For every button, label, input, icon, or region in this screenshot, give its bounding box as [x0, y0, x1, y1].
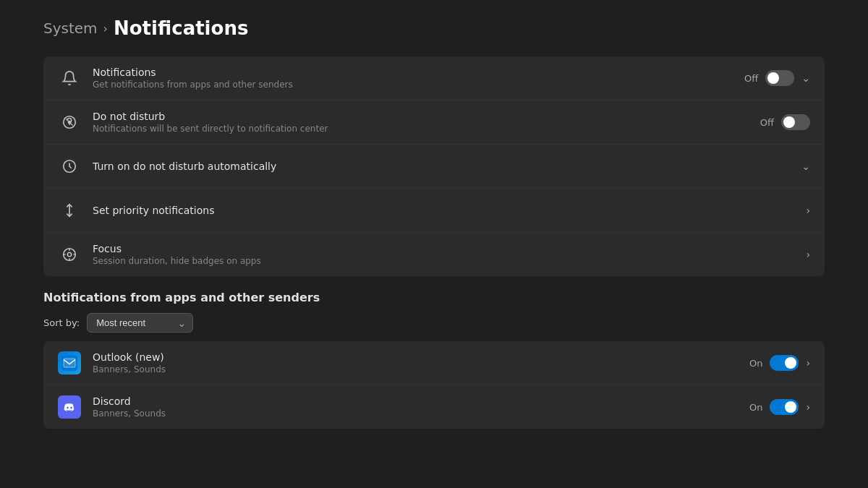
outlook-toggle-label: On: [749, 358, 762, 369]
focus-row[interactable]: Focus Session duration, hide badges on a…: [43, 233, 825, 276]
dnd-row[interactable]: Do not disturb Notifications will be sen…: [43, 100, 825, 145]
clock-icon: [58, 155, 81, 178]
dnd-row-title: Do not disturb: [93, 111, 760, 122]
bell-icon: [58, 67, 81, 90]
notifications-row-subtitle: Get notifications from apps and other se…: [93, 80, 744, 90]
sort-label: Sort by:: [43, 317, 80, 328]
auto-dnd-chevron-down-icon[interactable]: ⌄: [801, 160, 810, 172]
outlook-toggle[interactable]: [770, 355, 799, 371]
settings-page: System › Notifications Notifications Get…: [0, 0, 868, 449]
dnd-icon: [58, 111, 81, 134]
focus-row-subtitle: Session duration, hide badges on apps: [93, 256, 806, 266]
dnd-row-subtitle: Notifications will be sent directly to n…: [93, 124, 760, 134]
dnd-row-controls: Off: [760, 114, 810, 130]
focus-chevron-right-icon[interactable]: ›: [806, 249, 810, 260]
discord-row-controls: On ›: [749, 399, 810, 415]
breadcrumb-separator: ›: [103, 22, 108, 35]
outlook-app-icon: [58, 351, 81, 374]
page-title: Notifications: [114, 17, 248, 39]
outlook-row-subtitle: Banners, Sounds: [93, 364, 749, 374]
discord-toggle[interactable]: [770, 399, 799, 415]
discord-app-icon: [58, 395, 81, 419]
sort-row: Sort by: Most recent Name Most notificat…: [43, 313, 825, 333]
sort-select-wrapper: Most recent Name Most notifications: [87, 313, 193, 333]
apps-section-title: Notifications from apps and other sender…: [43, 291, 825, 304]
focus-row-text: Focus Session duration, hide badges on a…: [93, 243, 806, 266]
notifications-toggle[interactable]: [765, 70, 794, 86]
notifications-toggle-label: Off: [744, 73, 758, 84]
notifications-settings-card: Notifications Get notifications from app…: [43, 56, 825, 276]
focus-row-controls: ›: [806, 249, 810, 260]
notifications-row-title: Notifications: [93, 67, 744, 78]
breadcrumb-system[interactable]: System: [43, 20, 98, 37]
breadcrumb: System › Notifications: [43, 17, 825, 39]
svg-point-5: [67, 252, 72, 257]
sort-select[interactable]: Most recent Name Most notifications: [87, 313, 193, 333]
outlook-chevron-right-icon[interactable]: ›: [806, 357, 810, 369]
outlook-row[interactable]: Outlook (new) Banners, Sounds On ›: [43, 341, 825, 385]
discord-toggle-label: On: [749, 402, 762, 413]
notifications-row-text: Notifications Get notifications from app…: [93, 67, 744, 90]
discord-chevron-right-icon[interactable]: ›: [806, 401, 810, 413]
dnd-toggle[interactable]: [781, 114, 810, 130]
notifications-row[interactable]: Notifications Get notifications from app…: [43, 56, 825, 100]
priority-row-text: Set priority notifications: [93, 205, 806, 216]
focus-row-title: Focus: [93, 243, 806, 254]
discord-row-title: Discord: [93, 395, 749, 407]
auto-dnd-row-controls: ⌄: [801, 160, 810, 172]
svg-rect-11: [64, 359, 75, 367]
auto-dnd-row[interactable]: Turn on do not disturb automatically ⌄: [43, 145, 825, 189]
outlook-row-controls: On ›: [749, 355, 810, 371]
notifications-row-controls: Off ⌄: [744, 70, 810, 86]
discord-row[interactable]: Discord Banners, Sounds On ›: [43, 385, 825, 429]
priority-row[interactable]: Set priority notifications ›: [43, 189, 825, 233]
outlook-row-title: Outlook (new): [93, 351, 749, 363]
priority-chevron-right-icon[interactable]: ›: [806, 205, 810, 216]
priority-row-title: Set priority notifications: [93, 205, 806, 216]
discord-row-text: Discord Banners, Sounds: [93, 395, 749, 419]
auto-dnd-row-title: Turn on do not disturb automatically: [93, 160, 801, 172]
notifications-chevron-down-icon[interactable]: ⌄: [801, 72, 810, 84]
priority-row-controls: ›: [806, 205, 810, 216]
focus-icon: [58, 243, 81, 266]
dnd-toggle-label: Off: [760, 117, 774, 128]
outlook-row-text: Outlook (new) Banners, Sounds: [93, 351, 749, 374]
apps-card: Outlook (new) Banners, Sounds On › Disco…: [43, 341, 825, 429]
auto-dnd-row-text: Turn on do not disturb automatically: [93, 160, 801, 172]
dnd-row-text: Do not disturb Notifications will be sen…: [93, 111, 760, 134]
priority-icon: [58, 199, 81, 222]
discord-row-subtitle: Banners, Sounds: [93, 408, 749, 419]
